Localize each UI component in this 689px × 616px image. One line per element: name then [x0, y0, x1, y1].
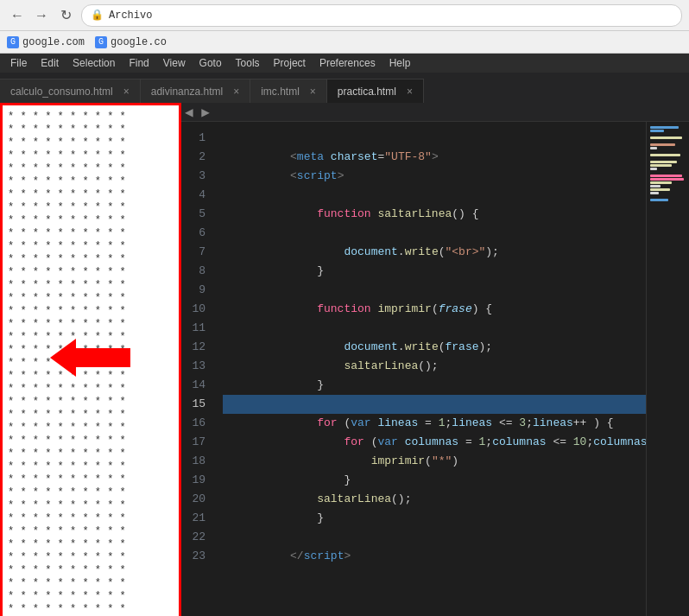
menu-selection[interactable]: Selection	[66, 55, 122, 71]
code-line-15: for (var lineas = 1;lineas <= 3;lineas++…	[223, 395, 646, 414]
bookmarks-bar: G google.com G google.co	[0, 31, 689, 54]
tab-adivinanza[interactable]: adivinanza.html ×	[141, 79, 250, 103]
forward-button[interactable]: →	[31, 5, 52, 26]
menu-find[interactable]: Find	[122, 55, 155, 71]
editor-content: 1 2 3 4 5 6 7 8 9 10 11 12 13 14 15 16 1…	[181, 122, 689, 616]
menu-edit[interactable]: Edit	[34, 55, 66, 71]
main-layout: * * * * * * * * * * * * * * * * * * * * …	[0, 103, 689, 616]
tab-calculo[interactable]: calculo_consumo.html ×	[0, 79, 141, 103]
tab-practica[interactable]: practica.html ×	[327, 79, 424, 103]
browser-page-preview: * * * * * * * * * * * * * * * * * * * * …	[0, 103, 181, 616]
reload-button[interactable]: ↻	[55, 5, 76, 26]
tab-close-imc[interactable]: ×	[310, 86, 316, 98]
tabs-bar: calculo_consumo.html × adivinanza.html ×…	[0, 73, 689, 103]
sidebar-toggle-icon[interactable]: ◀ ▶	[185, 104, 210, 121]
bookmark-google-1[interactable]: G google.com	[7, 36, 85, 48]
bookmark-google-2[interactable]: G google.co	[95, 36, 167, 48]
bookmark-label-1: google.com	[22, 36, 85, 48]
code-line-1: <meta charset="UTF-8">	[223, 129, 646, 148]
menu-preferences[interactable]: Preferences	[313, 55, 382, 71]
bookmark-icon-1: G	[7, 36, 19, 48]
menu-help[interactable]: Help	[382, 55, 418, 71]
code-line-9: function imprimir(frase) {	[223, 281, 646, 300]
tab-label-imc: imc.html	[261, 86, 300, 98]
tab-label-calculo: calculo_consumo.html	[10, 86, 113, 98]
tab-close-practica[interactable]: ×	[407, 86, 413, 98]
menu-bar: File Edit Selection Find View Goto Tools…	[0, 54, 689, 73]
address-text: Archivo	[109, 10, 152, 22]
menu-goto[interactable]: Goto	[193, 55, 229, 71]
code-line-4: function saltarLinea() {	[223, 186, 646, 205]
browser-toolbar: ← → ↻ 🔒 Archivo	[0, 0, 689, 31]
menu-file[interactable]: File	[3, 55, 34, 71]
code-line-6: document.write("<br>");	[223, 224, 646, 243]
code-editor: ◀ ▶ 1 2 3 4 5 6 7 8 9 10 11 12 13 14 15 …	[181, 103, 689, 616]
tab-label-adivinanza: adivinanza.html	[151, 86, 223, 98]
code-line-11: document.write(frase);	[223, 319, 646, 338]
tab-close-adivinanza[interactable]: ×	[233, 86, 239, 98]
code-line-22: </script>	[223, 528, 646, 547]
menu-project[interactable]: Project	[267, 55, 313, 71]
nav-buttons: ← → ↻	[7, 5, 76, 26]
arrow-body	[74, 348, 130, 367]
code-content[interactable]: <meta charset="UTF-8"> <script> function…	[216, 122, 646, 616]
browser-chrome: ← → ↻ 🔒 Archivo G google.com G google.co	[0, 0, 689, 54]
arrow-shape	[50, 339, 136, 377]
tab-close-calculo[interactable]: ×	[123, 86, 130, 98]
line-numbers: 1 2 3 4 5 6 7 8 9 10 11 12 13 14 15 16 1…	[181, 122, 216, 616]
bookmark-label-2: google.co	[111, 36, 167, 48]
menu-view[interactable]: View	[156, 55, 193, 71]
address-bar[interactable]: 🔒 Archivo	[81, 4, 682, 27]
bookmark-icon-2: G	[95, 36, 107, 48]
arrow-head	[50, 339, 76, 377]
arrow-annotation	[50, 339, 136, 377]
back-button[interactable]: ←	[7, 5, 28, 26]
tab-imc[interactable]: imc.html ×	[250, 79, 327, 103]
tab-label-practica: practica.html	[338, 86, 396, 98]
minimap	[646, 122, 689, 616]
lock-icon: 🔒	[91, 9, 104, 22]
minimap-content	[647, 122, 689, 206]
menu-tools[interactable]: Tools	[229, 55, 267, 71]
